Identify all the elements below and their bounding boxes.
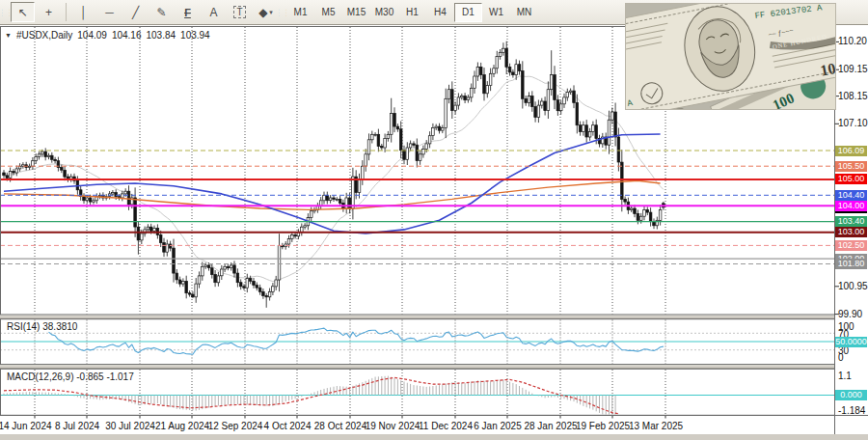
front-bill-100: 100: [819, 59, 835, 79]
tool-horizontal-line-button[interactable]: ─: [97, 2, 122, 22]
tool-text-button[interactable]: A: [202, 2, 226, 22]
timeframe-MN-button[interactable]: MN: [510, 3, 538, 22]
timeframe-D1-button[interactable]: D1: [454, 3, 482, 22]
timeframe-M1-button[interactable]: M1: [286, 3, 314, 22]
toolbar-grip2[interactable]: ⋮⋮: [279, 4, 286, 21]
timeframe-H1-button[interactable]: H1: [398, 3, 426, 22]
dollar-bills-photo: 100 FF 62013702 A ~~ ƒ~~~: [626, 4, 835, 109]
tool-fibonacci-button[interactable]: F: [176, 2, 200, 22]
timeframe-M30-button[interactable]: M30: [370, 3, 398, 22]
tool-vertical-line-button[interactable]: │: [71, 2, 95, 22]
tool-arrows-button[interactable]: ◆▾: [254, 2, 278, 22]
tool-cursor-button[interactable]: ↖: [11, 2, 35, 22]
timeframe-W1-button[interactable]: W1: [482, 3, 510, 22]
chevron-down-icon: ▾: [269, 9, 273, 16]
timeframe-M5-button[interactable]: M5: [314, 3, 342, 22]
timeframe-H4-button[interactable]: H4: [426, 3, 454, 22]
toolbar-grip[interactable]: ⋮⋮: [2, 4, 10, 21]
mt4-terminal-window: { "toolbar": { "tools": [ {"name":"curso…: [0, 0, 868, 440]
tool-text-label-button[interactable]: T: [228, 2, 252, 22]
tool-equidistant-channel-button[interactable]: ✎: [149, 2, 174, 22]
tool-trendline-button[interactable]: ╱: [123, 2, 148, 22]
timeframe-M15-button[interactable]: M15: [342, 3, 370, 22]
toolbar-separator: [66, 3, 67, 21]
tool-crosshair-button[interactable]: +: [37, 2, 61, 22]
